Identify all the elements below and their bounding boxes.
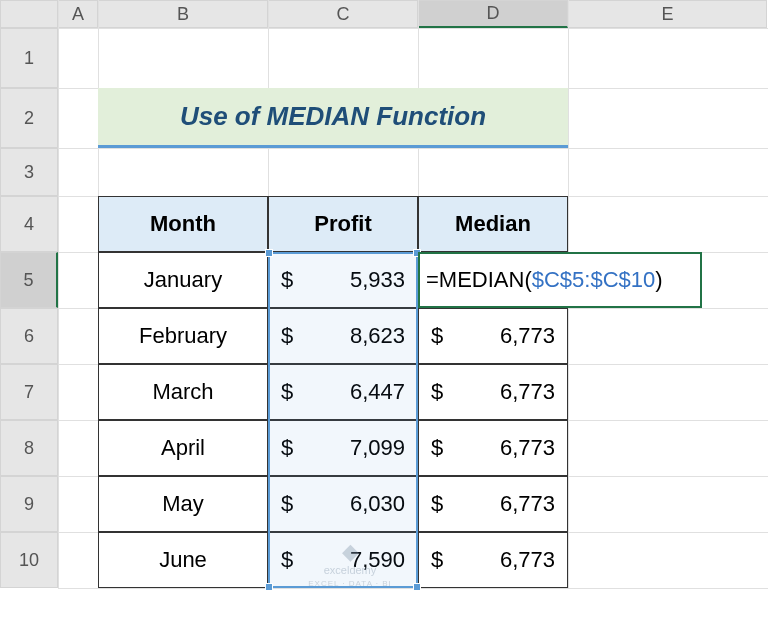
cell-median[interactable]: $6,773 (418, 476, 568, 532)
currency-label: $ (281, 267, 293, 293)
row-header-9[interactable]: 9 (0, 476, 58, 532)
profit-value: 6,447 (350, 379, 405, 405)
cell-month[interactable]: January (98, 252, 268, 308)
cell-profit[interactable]: $7,590 (268, 532, 418, 588)
cell-median[interactable]: $6,773 (418, 308, 568, 364)
cell-median[interactable]: $6,773 (418, 532, 568, 588)
cell-month[interactable]: April (98, 420, 268, 476)
median-value: 6,773 (500, 435, 555, 461)
row-header-6[interactable]: 6 (0, 308, 58, 364)
formula-ref: $C$5:$C$10 (532, 267, 656, 293)
col-header-A[interactable]: A (58, 0, 98, 28)
cell-profit[interactable]: $5,933 (268, 252, 418, 308)
cell-profit[interactable]: $7,099 (268, 420, 418, 476)
formula-paren-close: ) (655, 267, 662, 293)
table-header-median[interactable]: Median (418, 196, 568, 252)
profit-value: 7,099 (350, 435, 405, 461)
cell-median[interactable]: $6,773 (418, 420, 568, 476)
median-value: 6,773 (500, 547, 555, 573)
cell-profit[interactable]: $8,623 (268, 308, 418, 364)
cell-profit[interactable]: $6,447 (268, 364, 418, 420)
currency-label: $ (431, 323, 443, 349)
row-header-5[interactable]: 5 (0, 252, 58, 308)
median-value: 6,773 (500, 491, 555, 517)
currency-label: $ (431, 491, 443, 517)
cell-month[interactable]: February (98, 308, 268, 364)
table-header-month[interactable]: Month (98, 196, 268, 252)
currency-label: $ (281, 323, 293, 349)
row-header-2[interactable]: 2 (0, 88, 58, 148)
col-header-C[interactable]: C (268, 0, 418, 28)
currency-label: $ (431, 379, 443, 405)
formula-edit-cell[interactable]: =MEDIAN($C$5:$C$10) (418, 252, 702, 308)
title-cell[interactable]: Use of MEDIAN Function (98, 88, 568, 148)
select-all-corner[interactable] (0, 0, 58, 28)
cell-profit[interactable]: $6,030 (268, 476, 418, 532)
currency-label: $ (431, 547, 443, 573)
row-header-3[interactable]: 3 (0, 148, 58, 196)
cell-median[interactable]: $6,773 (418, 364, 568, 420)
col-header-B[interactable]: B (98, 0, 268, 28)
currency-label: $ (281, 547, 293, 573)
formula-fn: MEDIAN (439, 267, 525, 293)
profit-value: 7,590 (350, 547, 405, 573)
col-header-E[interactable]: E (568, 0, 767, 28)
formula-eq: = (426, 267, 439, 293)
currency-label: $ (431, 435, 443, 461)
row-header-1[interactable]: 1 (0, 28, 58, 88)
row-header-8[interactable]: 8 (0, 420, 58, 476)
cell-month[interactable]: June (98, 532, 268, 588)
formula-paren-open: ( (524, 267, 531, 293)
median-value: 6,773 (500, 323, 555, 349)
row-header-10[interactable]: 10 (0, 532, 58, 588)
row-header-4[interactable]: 4 (0, 196, 58, 252)
cell-month[interactable]: May (98, 476, 268, 532)
row-header-7[interactable]: 7 (0, 364, 58, 420)
col-header-D[interactable]: D (418, 0, 568, 28)
cell-month[interactable]: March (98, 364, 268, 420)
currency-label: $ (281, 491, 293, 517)
currency-label: $ (281, 379, 293, 405)
profit-value: 8,623 (350, 323, 405, 349)
currency-label: $ (281, 435, 293, 461)
profit-value: 6,030 (350, 491, 405, 517)
table-header-profit[interactable]: Profit (268, 196, 418, 252)
profit-value: 5,933 (350, 267, 405, 293)
median-value: 6,773 (500, 379, 555, 405)
